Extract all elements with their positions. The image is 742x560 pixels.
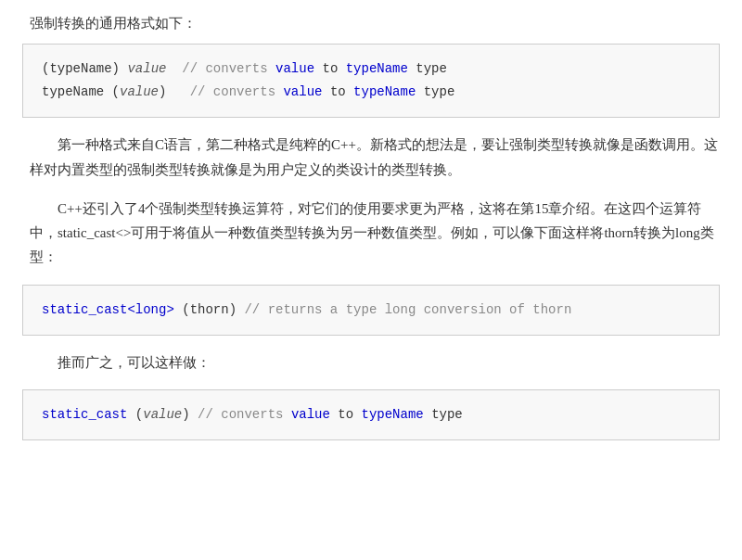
code-italic-3: value — [143, 407, 182, 422]
code-to-1: to — [314, 61, 346, 76]
intro-text: 强制转换的通用格式如下： — [22, 15, 720, 32]
code-space-1: (thorn) — [174, 302, 245, 317]
code-block-1: (typeName) value // converts value to ty… — [22, 44, 720, 118]
code-type-1: type — [408, 61, 447, 76]
code-comment-4: // converts — [198, 407, 291, 422]
code-close-3: ) — [182, 407, 198, 422]
code-to-2: to — [322, 84, 353, 99]
paragraph-1: 第一种格式来自C语言，第二种格式是纯粹的C++。新格式的想法是，要让强制类型转换… — [22, 133, 720, 182]
code-space-2: ( — [127, 407, 143, 422]
code-block-3: static_cast (value) // converts value to… — [22, 389, 720, 440]
code-italic-1: value — [127, 61, 166, 76]
code-comment-1: // converts — [166, 61, 275, 76]
code-line-3: static_cast<long> (thorn) // returns a t… — [42, 299, 700, 322]
code-blue-1: value — [275, 61, 314, 76]
paragraph-3: 推而广之，可以这样做： — [22, 350, 720, 375]
code-blue-2: typeName — [346, 61, 408, 76]
code-keyword-2: static_cast — [42, 407, 127, 422]
code-block-2: static_cast<long> (thorn) // returns a t… — [22, 285, 720, 336]
code-blue-5: value — [291, 407, 330, 422]
code-type-3: type — [424, 407, 463, 422]
code-type-2: type — [416, 84, 454, 99]
code-blue-3: value — [283, 84, 322, 99]
code-comment-2: // converts — [166, 84, 283, 99]
code-paren-1: (typeName) — [42, 61, 127, 76]
code-blue-4: typeName — [353, 84, 416, 99]
paragraph-2: C++还引入了4个强制类型转换运算符，对它们的使用要求更为严格，这将在第15章介… — [22, 197, 720, 270]
code-line-2: typeName (value) // converts value to ty… — [42, 81, 700, 104]
code-italic-2: value — [120, 84, 159, 99]
code-to-3: to — [330, 407, 362, 422]
code-line-4: static_cast (value) // converts value to… — [42, 403, 700, 426]
code-keyword-1: static_cast<long> — [42, 302, 174, 317]
code-paren-2: typeName ( — [42, 84, 120, 99]
code-comment-3: // returns a type long conversion of tho… — [244, 302, 571, 317]
code-line-1: (typeName) value // converts value to ty… — [42, 57, 700, 81]
code-blue-6: typeName — [362, 407, 424, 422]
